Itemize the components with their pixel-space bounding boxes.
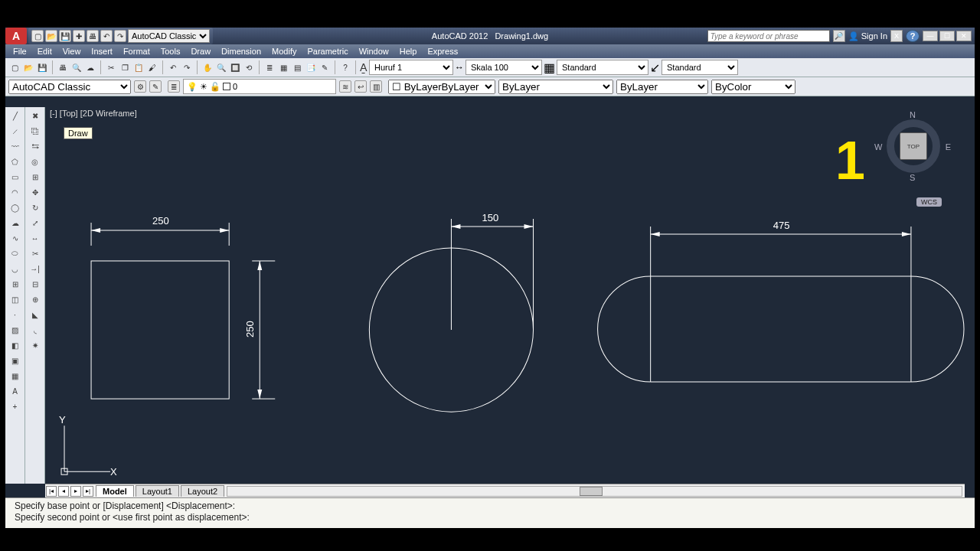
command-line[interactable]: Specify base point or [Displacement] <Di…	[5, 497, 975, 528]
copy-obj-icon[interactable]: ⿻	[28, 124, 43, 138]
menu-modify[interactable]: Modify	[272, 47, 296, 56]
pan-icon[interactable]: ✋	[201, 61, 214, 73]
search-input[interactable]	[707, 30, 830, 42]
minimize-button[interactable]: —	[923, 31, 938, 41]
maximize-button[interactable]: ☐	[939, 31, 955, 41]
addselected-icon[interactable]: +	[8, 399, 23, 413]
chamfer-icon[interactable]: ◣	[28, 308, 43, 321]
hatch-icon[interactable]: ▨	[8, 323, 23, 337]
point-icon[interactable]: ·	[8, 308, 23, 321]
rotate-icon[interactable]: ↻	[28, 201, 43, 214]
publish-icon[interactable]: ☁	[84, 61, 96, 73]
stretch-icon[interactable]: ↔	[28, 231, 43, 245]
copy-icon[interactable]: ❐	[119, 61, 131, 73]
h-scrollbar[interactable]	[227, 486, 962, 497]
insert-icon[interactable]: ⊞	[8, 277, 23, 291]
workspace-select[interactable]: AutoCAD Classic	[128, 29, 210, 43]
open-icon[interactable]: 📂	[22, 61, 34, 73]
viewcube[interactable]: TOP N S E W	[879, 112, 948, 181]
tab-prev-icon[interactable]: ◂	[58, 486, 69, 497]
layer-combo[interactable]: 💡 ☀ 🔓 0	[183, 79, 336, 94]
exchange-icon[interactable]: X	[890, 30, 903, 42]
drawing-area[interactable]: [-] [Top] [2D Wireframe] Draw 1 TOP N S …	[45, 107, 965, 484]
tab-layout2[interactable]: Layout2	[181, 485, 224, 497]
trim-icon[interactable]: ✂	[28, 246, 43, 260]
fillet-icon[interactable]: ◟	[28, 323, 43, 337]
zoom-prev-icon[interactable]: ⟲	[243, 61, 255, 73]
join-icon[interactable]: ⊕	[28, 292, 43, 306]
arc-icon[interactable]: ◠	[8, 185, 23, 199]
ws-settings-icon[interactable]: ⚙	[134, 80, 146, 93]
save-icon[interactable]: 💾	[36, 61, 48, 73]
menu-draw[interactable]: Draw	[191, 47, 211, 56]
line-icon[interactable]: ╱	[8, 109, 23, 122]
pline-icon[interactable]: 〰	[8, 139, 23, 153]
menu-view[interactable]: View	[63, 47, 81, 56]
zoom-window-icon[interactable]: 🔲	[229, 61, 241, 73]
close-button[interactable]: ✕	[956, 31, 972, 41]
ellipsearc-icon[interactable]: ◡	[8, 262, 23, 276]
menu-help[interactable]: Help	[400, 47, 417, 56]
undo-icon[interactable]: ↶	[100, 30, 113, 42]
help-icon[interactable]: ?	[906, 30, 920, 42]
menu-window[interactable]: Window	[359, 47, 389, 56]
erase-icon[interactable]: ✖	[28, 109, 43, 122]
markup-icon[interactable]: ✎	[318, 61, 331, 73]
toolpalette-icon[interactable]: ▤	[291, 61, 303, 73]
qnew-icon[interactable]: ▢	[8, 61, 21, 73]
tab-model[interactable]: Model	[96, 485, 134, 497]
plot-icon[interactable]: 🖶	[57, 61, 69, 73]
print-icon[interactable]: 🖶	[87, 30, 99, 42]
menu-format[interactable]: Format	[123, 47, 150, 56]
viewcube-top[interactable]: TOP	[900, 132, 927, 160]
sheetset-icon[interactable]: 📑	[305, 61, 317, 73]
spline-icon[interactable]: ∿	[8, 231, 23, 245]
tab-next-icon[interactable]: ▸	[70, 486, 81, 497]
rectangle-icon[interactable]: ▭	[8, 170, 23, 184]
layer-props-icon[interactable]: ≣	[168, 80, 180, 93]
signin-button[interactable]: 👤 Sign In	[848, 31, 887, 41]
new-icon[interactable]: ▢	[31, 30, 44, 42]
tab-first-icon[interactable]: |◂	[46, 486, 57, 497]
paste-icon[interactable]: 📋	[132, 61, 145, 73]
ws-save-icon[interactable]: ✎	[149, 80, 162, 93]
ellipse-icon[interactable]: ⬭	[8, 246, 23, 260]
offset-icon[interactable]: ◎	[28, 155, 43, 168]
textstyle-select[interactable]: Huruf 1	[369, 60, 453, 75]
block-icon[interactable]: ◫	[8, 292, 23, 306]
extend-icon[interactable]: →|	[28, 262, 43, 276]
undo-icon[interactable]: ↶	[167, 61, 179, 73]
matchprop-icon[interactable]: 🖌	[146, 61, 158, 73]
array-icon[interactable]: ⊞	[28, 170, 43, 184]
layer-state-icon[interactable]: ▥	[370, 80, 382, 93]
region-icon[interactable]: ▣	[8, 354, 23, 367]
properties-icon[interactable]: ≣	[263, 61, 276, 73]
menu-express[interactable]: Express	[427, 47, 458, 56]
explode-icon[interactable]: ✷	[28, 338, 43, 352]
help-icon[interactable]: ?	[339, 61, 351, 73]
infocenter-icon[interactable]: 🔎	[833, 30, 845, 42]
mirror-icon[interactable]: ⮀	[28, 139, 43, 153]
viewport-label[interactable]: [-] [Top] [2D Wireframe]	[50, 109, 137, 118]
lineweight-select[interactable]: ByLayer	[616, 80, 708, 94]
dimstyle-select[interactable]: Skala 100	[466, 60, 542, 75]
tablestyle-select[interactable]: Standard	[557, 60, 648, 75]
revcloud-icon[interactable]: ☁	[8, 216, 23, 230]
layer-prev-icon[interactable]: ↩	[354, 80, 367, 93]
app-logo[interactable]: A	[5, 28, 27, 44]
break-icon[interactable]: ⊟	[28, 277, 43, 291]
layer-match-icon[interactable]: ≋	[339, 80, 351, 93]
tab-last-icon[interactable]: ▸|	[83, 486, 93, 497]
cut-icon[interactable]: ✂	[105, 61, 117, 73]
designcenter-icon[interactable]: ▦	[277, 61, 289, 73]
saveas-icon[interactable]: ✚	[73, 30, 85, 42]
preview-icon[interactable]: 🔍	[70, 61, 83, 73]
xline-icon[interactable]: ⟋	[8, 124, 23, 138]
tab-layout1[interactable]: Layout1	[136, 485, 179, 497]
mleaderstyle-select[interactable]: Standard	[662, 60, 738, 75]
menu-dimension[interactable]: Dimension	[221, 47, 261, 56]
gradient-icon[interactable]: ◧	[8, 338, 23, 352]
mtext-icon[interactable]: A	[8, 384, 23, 398]
redo-icon[interactable]: ↷	[114, 30, 126, 42]
menu-parametric[interactable]: Parametric	[307, 47, 348, 56]
